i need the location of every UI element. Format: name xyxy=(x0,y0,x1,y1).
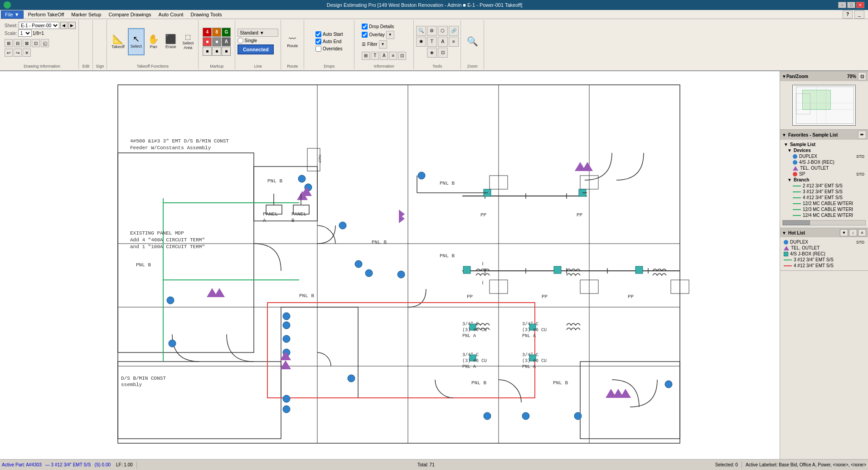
menu-marker-setup[interactable]: Marker Setup xyxy=(68,10,105,19)
tool-btn-7[interactable]: A xyxy=(438,37,448,47)
info-btn-1[interactable]: ⊞ xyxy=(362,52,370,60)
svg-text:B: B xyxy=(291,218,295,223)
info-btn-5[interactable]: ⊡ xyxy=(398,52,406,60)
hot-list-sort-btn[interactable]: ↕ xyxy=(849,229,857,236)
pan-zoom-header[interactable]: ▼ Pan/Zoom 70% ⊡ xyxy=(780,71,868,81)
minimize-toolbar-icon[interactable]: _ xyxy=(854,10,864,19)
single-radio-row: Single xyxy=(238,38,278,44)
fav-branch-4[interactable]: 12/2 MC CABLE W/TERI xyxy=(782,201,866,206)
select-button[interactable]: ↖ Select xyxy=(128,28,145,55)
tool-btn-2[interactable]: ⚙ xyxy=(427,26,437,36)
pan-zoom-thumbnail[interactable] xyxy=(792,85,856,126)
drop-details-check[interactable] xyxy=(362,24,368,29)
overrides-check[interactable] xyxy=(315,46,321,52)
route-button[interactable]: 〰 Route xyxy=(284,28,301,55)
tool-btn-1[interactable]: 🔍 xyxy=(416,26,426,36)
takeoff-button[interactable]: 📐 Takeoff xyxy=(109,28,127,55)
fav-branch-1[interactable]: 2 #12 3/4" EMT S/S xyxy=(782,183,866,189)
tool-btn-8[interactable]: ≡ xyxy=(449,37,459,47)
nav-btn-5[interactable]: ◱ xyxy=(41,39,49,47)
markup-btn-br2[interactable]: ■ xyxy=(212,47,221,56)
pan-zoom-options-btn[interactable]: ⊡ xyxy=(858,72,866,80)
fav-item-tel[interactable]: TEL. OUTLET xyxy=(782,165,866,171)
tool-btn-9[interactable]: ◈ xyxy=(427,48,437,58)
action-btn-3[interactable]: ✕ xyxy=(23,49,31,57)
menu-perform-takeoff[interactable]: Perform TakeOff xyxy=(24,10,68,19)
pan-button[interactable]: ✋ Pan xyxy=(145,28,162,55)
nav-btn-3[interactable]: ⊠ xyxy=(23,39,31,47)
markup-btn-a[interactable]: A xyxy=(222,37,231,46)
info-btn-2[interactable]: T xyxy=(371,52,379,60)
tool-btn-6[interactable]: T xyxy=(427,37,437,47)
erase-button[interactable]: ⬛ Erase xyxy=(163,28,179,55)
close-button[interactable]: ✕ xyxy=(856,2,864,8)
tool-btn-5[interactable]: ✱ xyxy=(416,37,426,47)
select-area-button[interactable]: ⬚ SelectArea xyxy=(180,28,196,55)
markup-btn-gray-sq[interactable]: ■ xyxy=(212,37,221,46)
erase-label: Erase xyxy=(165,44,176,49)
markup-btn-red-sq[interactable]: ■ xyxy=(203,37,212,46)
markup-label: Markup xyxy=(199,64,235,69)
help-icon[interactable]: ? xyxy=(843,10,853,19)
fav-item-jbox[interactable]: 4/S J-BOX (REC) xyxy=(782,159,866,165)
svg-point-45 xyxy=(283,322,290,329)
fav-item-duplex[interactable]: DUPLEX STD xyxy=(782,153,866,159)
sheet-nav-fwd[interactable]: ▶ xyxy=(68,22,76,29)
hot-item-tel[interactable]: TEL. OUTLET xyxy=(782,245,866,251)
hot-list-header[interactable]: ▼ Hot List ▼ ↕ ≡ xyxy=(780,228,868,237)
hot-list-options-btn[interactable]: ≡ xyxy=(858,229,866,236)
canvas-area[interactable]: FACP 4#500 &1#3 3" EMT D/S B/MIN CONST F… xyxy=(0,71,780,459)
file-menu[interactable]: File ▼ xyxy=(1,10,24,19)
overlay-check[interactable] xyxy=(362,32,368,38)
hot-item-emt3[interactable]: 3 #12 3/4" EMT S/S xyxy=(782,257,866,263)
filter-dropdown[interactable]: ▼ xyxy=(379,40,387,49)
markup-btn-4[interactable]: 4 xyxy=(203,28,212,37)
favorites-scrollbar[interactable] xyxy=(782,220,866,225)
standard-line-btn[interactable]: Standard ▼ xyxy=(238,29,278,37)
hot-list-filter-btn[interactable]: ▼ xyxy=(840,229,848,236)
nav-btn-2[interactable]: ⊟ xyxy=(14,39,22,47)
fav-branch-2[interactable]: 3 #12 3/4" EMT S/S xyxy=(782,189,866,195)
overlay-dropdown[interactable]: ▼ xyxy=(386,31,394,39)
markup-btn-8[interactable]: 8 xyxy=(212,28,221,37)
auto-start-check[interactable] xyxy=(315,31,321,37)
svg-text:D/S B/MIN CONST: D/S B/MIN CONST xyxy=(121,376,166,381)
hot-item-emt4[interactable]: 4 #12 3/4" EMT S/S xyxy=(782,263,866,269)
markup-btn-br1[interactable]: ■ xyxy=(203,47,212,56)
toolbar-group-information: Drop Details Overlay ▼ ☰ Filter ▼ ⊞ T A … xyxy=(355,20,414,69)
favorites-edit-btn[interactable]: ✏ xyxy=(858,131,866,139)
markup-btn-g[interactable]: G xyxy=(222,28,231,37)
info-btn-4[interactable]: ≡ xyxy=(389,52,397,60)
favorites-scrollbar-thumb[interactable] xyxy=(783,220,810,225)
maximize-button[interactable]: □ xyxy=(847,2,855,8)
auto-end-check[interactable] xyxy=(315,39,321,44)
fav-item-sp[interactable]: SP STD xyxy=(782,171,866,177)
menu-compare-drawings[interactable]: Compare Drawings xyxy=(105,10,155,19)
markup-btn-br3[interactable]: ■ xyxy=(222,47,231,56)
zoom-button[interactable]: 🔍 xyxy=(464,28,480,55)
nav-btn-1[interactable]: ⊞ xyxy=(5,39,13,47)
single-radio[interactable] xyxy=(238,38,243,44)
tool-btn-10[interactable]: ⊡ xyxy=(438,48,448,58)
action-btn-1[interactable]: ↩ xyxy=(5,49,13,57)
fav-duplex-label: DUPLEX xyxy=(799,154,817,159)
minimize-button[interactable]: − xyxy=(838,2,846,8)
favorites-header[interactable]: ▼ Favorites - Sample List ✏ xyxy=(780,130,868,140)
menu-auto-count[interactable]: Auto Count xyxy=(155,10,187,19)
hot-item-duplex[interactable]: DUPLEX STD xyxy=(782,239,866,245)
fav-branch-5[interactable]: 12/3 MC CABLE W/TERI xyxy=(782,206,866,212)
action-btn-2[interactable]: ↪ xyxy=(14,49,22,57)
menu-drawing-tools[interactable]: Drawing Tools xyxy=(187,10,226,19)
erase-icon: ⬛ xyxy=(165,34,176,44)
connected-button[interactable]: Connected xyxy=(238,44,274,54)
hot-item-jbox[interactable]: 4/S J-BOX (REC) xyxy=(782,251,866,257)
fav-branch-6[interactable]: 12/4 MC CABLE W/TERI xyxy=(782,212,866,218)
nav-btn-4[interactable]: ⊡ xyxy=(32,39,40,47)
tool-btn-4[interactable]: 🔗 xyxy=(449,26,459,36)
sheet-nav-back[interactable]: ◀ xyxy=(60,22,68,29)
fav-branch-3[interactable]: 4 #12 3/4" EMT S/S xyxy=(782,195,866,201)
scale-select[interactable]: 1 xyxy=(18,29,32,37)
sheet-select[interactable]: E-1 - Power-001 xyxy=(19,22,59,29)
info-btn-3[interactable]: A xyxy=(380,52,388,60)
tool-btn-3[interactable]: ⬡ xyxy=(438,26,448,36)
